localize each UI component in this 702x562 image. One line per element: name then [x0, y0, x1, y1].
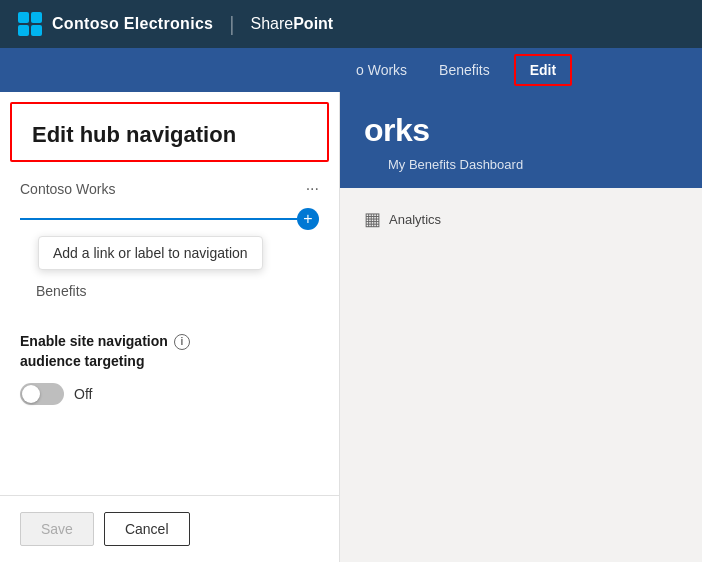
top-bar: Contoso Electronics | SharePoint — [0, 0, 702, 48]
svg-rect-1 — [31, 12, 42, 23]
edit-panel: Edit hub navigation Contoso Works ··· + … — [0, 92, 340, 562]
add-link-row: + — [0, 208, 339, 236]
save-button[interactable]: Save — [20, 512, 94, 546]
nav-item-benefits-label: Benefits — [36, 283, 87, 299]
logo: Contoso Electronics — [16, 10, 213, 38]
sub-nav-my-benefits[interactable]: My Benefits Dashboard — [388, 157, 523, 172]
panel-header: Edit hub navigation — [10, 102, 329, 162]
content-area: Edit hub navigation Contoso Works ··· + … — [0, 92, 702, 562]
right-pane: orks My Benefits Dashboard ▦ Analytics — [340, 92, 702, 562]
company-name: Contoso Electronics — [52, 15, 213, 33]
site-sub-nav: My Benefits Dashboard — [364, 149, 678, 172]
add-link-button[interactable]: + — [297, 208, 319, 230]
sharepoint-label: SharePoint — [250, 15, 333, 33]
nav-item-benefits-row: Benefits — [0, 274, 339, 308]
hub-nav-item-works[interactable]: o Works — [340, 48, 423, 92]
toggle-knob — [22, 385, 40, 403]
toggle-row: Off — [20, 383, 319, 405]
site-header: orks My Benefits Dashboard — [340, 92, 702, 188]
svg-rect-0 — [18, 12, 29, 23]
hub-nav-bar: o Works Benefits Edit — [0, 48, 702, 92]
analytics-icon: ▦ — [364, 208, 381, 230]
analytics-label[interactable]: Analytics — [389, 212, 441, 227]
settings-label: Enable site navigation audience targetin… — [20, 332, 319, 371]
sharepoint-bold: Point — [293, 15, 333, 32]
svg-rect-3 — [31, 25, 42, 36]
toggle-label: Off — [74, 386, 92, 402]
action-buttons: Save Cancel — [0, 495, 339, 562]
hub-nav-item-benefits[interactable]: Benefits — [423, 48, 506, 92]
nav-divider: | — [229, 13, 234, 36]
settings-label-text: Enable site navigation audience targetin… — [20, 332, 168, 371]
nav-item-contoso-works-row: Contoso Works ··· — [0, 170, 339, 208]
nav-item-more-icon[interactable]: ··· — [306, 180, 319, 198]
hub-nav-item-edit[interactable]: Edit — [514, 54, 572, 86]
nav-item-contoso-works-label: Contoso Works — [20, 181, 306, 197]
panel-title: Edit hub navigation — [32, 122, 307, 148]
settings-section: Enable site navigation audience targetin… — [0, 312, 339, 421]
add-line-left — [20, 218, 297, 220]
svg-rect-2 — [18, 25, 29, 36]
add-link-tooltip: Add a link or label to navigation — [38, 236, 263, 270]
audience-targeting-toggle[interactable] — [20, 383, 64, 405]
info-icon[interactable]: i — [174, 334, 190, 350]
site-title: orks — [364, 112, 678, 149]
contoso-logo-icon — [16, 10, 44, 38]
tooltip-container: Add a link or label to navigation — [0, 236, 339, 274]
cancel-button[interactable]: Cancel — [104, 512, 190, 546]
analytics-row: ▦ Analytics — [340, 188, 702, 250]
